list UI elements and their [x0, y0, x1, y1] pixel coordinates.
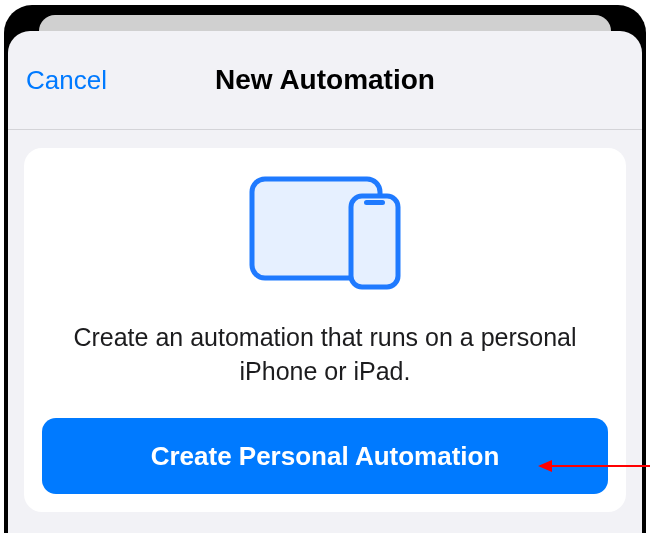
devices-ipad-iphone-icon	[247, 174, 403, 296]
personal-automation-card: Create an automation that runs on a pers…	[24, 148, 626, 512]
sheet-modal: Cancel New Automation Create an automati…	[8, 31, 642, 533]
create-personal-automation-button[interactable]: Create Personal Automation	[42, 418, 608, 494]
svg-rect-2	[364, 200, 385, 205]
page-title: New Automation	[215, 64, 435, 96]
content-area: Create an automation that runs on a pers…	[8, 130, 642, 533]
svg-rect-1	[351, 196, 398, 287]
card-description: Create an automation that runs on a pers…	[42, 320, 608, 388]
nav-bar: Cancel New Automation	[8, 31, 642, 130]
cancel-button[interactable]: Cancel	[26, 65, 107, 96]
